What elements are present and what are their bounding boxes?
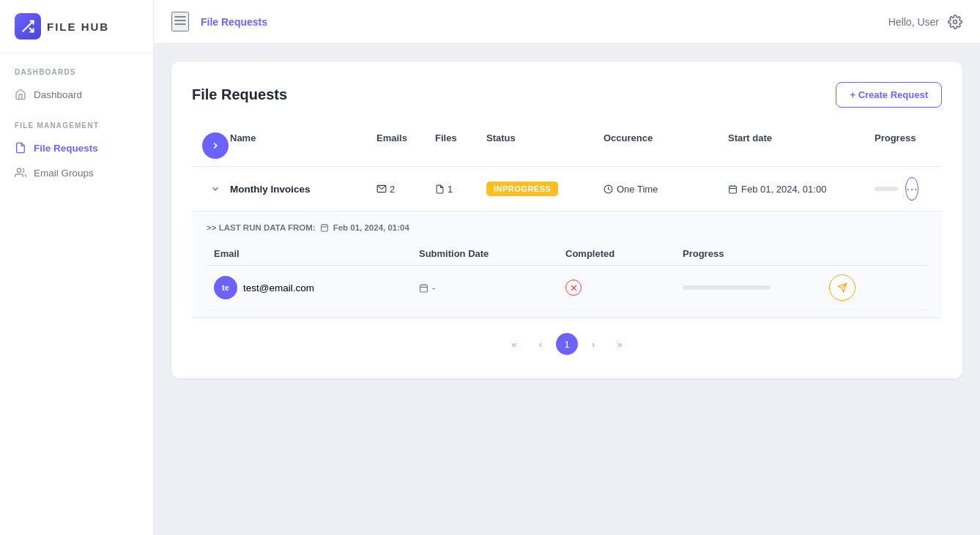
col-progress: Progress [875, 132, 918, 159]
mail-icon [376, 184, 387, 194]
next-page-button[interactable]: › [582, 333, 604, 355]
dashboards-section-label: DASHBOARDS [0, 53, 153, 82]
card-title: File Requests [192, 86, 287, 103]
svg-rect-9 [730, 186, 737, 193]
row-expand-button[interactable] [205, 179, 226, 199]
users-icon [15, 167, 26, 179]
sidebar-item-file-requests[interactable]: File Requests [0, 135, 153, 160]
last-run-date: Feb 01, 2024, 01:04 [333, 223, 409, 232]
content-area: File Requests + Create Request Name Emai… [154, 44, 980, 535]
svg-rect-13 [321, 225, 327, 231]
sub-progress-cell [683, 285, 829, 290]
topbar-left: File Requests [171, 12, 267, 31]
sidebar-item-email-groups[interactable]: Email Groups [0, 160, 153, 185]
file-requests-card: File Requests + Create Request Name Emai… [171, 61, 962, 378]
sidebar-item-file-requests-label: File Requests [34, 143, 98, 154]
greeting-text: Hello, User [888, 16, 939, 28]
send-icon [837, 283, 847, 293]
sub-progress-bar [683, 285, 771, 290]
file-count-value: 1 [448, 184, 453, 195]
avatar: te [214, 276, 237, 299]
sidebar-item-email-groups-label: Email Groups [34, 168, 94, 179]
sub-table-row: te test@email.com - [207, 266, 927, 310]
expand-all-button[interactable] [202, 132, 229, 159]
svg-point-6 [954, 20, 957, 23]
create-btn-label: + Create Request [850, 89, 928, 100]
status-badge: INPROGRESS [486, 182, 558, 196]
col-files: Files [435, 132, 486, 159]
occurrence-value: One Time [617, 184, 658, 195]
home-icon [15, 89, 26, 100]
send-button[interactable] [829, 274, 855, 301]
col-occurrence: Occurence [604, 132, 728, 159]
sub-col-completed: Completed [565, 248, 683, 259]
calendar-icon [728, 184, 738, 194]
card-header: File Requests + Create Request [192, 82, 942, 108]
file-count-icon [435, 184, 445, 194]
first-page-button[interactable]: « [503, 333, 525, 355]
sidebar: FILE HUB DASHBOARDS Dashboard FILE MANAG… [0, 0, 154, 535]
table-row: Monthly Invoices 2 1 [192, 167, 942, 211]
topbar-right: Hello, User [888, 15, 962, 29]
email-count: 2 [376, 184, 435, 195]
col-status: Status [486, 132, 604, 159]
logo-icon [15, 13, 41, 40]
settings-button[interactable] [948, 15, 962, 29]
sidebar-logo: FILE HUB [0, 0, 153, 53]
sub-submission-value: - [432, 283, 435, 293]
col-emails: Emails [376, 132, 435, 159]
file-count: 1 [435, 184, 486, 195]
last-run-text: >> LAST RUN DATA FROM: [207, 223, 316, 232]
start-date-cell: Feb 01, 2024, 01:00 [728, 184, 875, 195]
calendar-small-icon [320, 223, 329, 232]
expanded-section: >> LAST RUN DATA FROM: Feb 01, 2024, 01:… [192, 211, 942, 318]
clock-icon [604, 184, 613, 194]
start-date-value: Feb 01, 2024, 01:00 [741, 184, 826, 195]
sub-email-value: test@email.com [243, 283, 314, 293]
sidebar-item-dashboard[interactable]: Dashboard [0, 82, 153, 107]
svg-rect-17 [420, 285, 428, 292]
create-request-button[interactable]: + Create Request [836, 82, 942, 108]
sub-email-cell: te test@email.com [214, 276, 419, 299]
more-options-button[interactable]: ⋯ [905, 177, 918, 201]
email-count-value: 2 [390, 184, 395, 195]
col-name: Name [230, 132, 376, 159]
file-icon [15, 142, 26, 154]
prev-page-button[interactable]: ‹ [530, 333, 552, 355]
current-page-button[interactable]: 1 [556, 333, 578, 355]
completed-x-icon: ✕ [565, 280, 582, 296]
sub-completed-cell: ✕ [565, 280, 683, 296]
logo-text: FILE HUB [47, 20, 109, 33]
sidebar-item-dashboard-label: Dashboard [34, 89, 82, 100]
last-run-label: >> LAST RUN DATA FROM: Feb 01, 2024, 01:… [207, 223, 927, 232]
main-area: File Requests Hello, User File Requests … [154, 0, 980, 535]
topbar: File Requests Hello, User [154, 0, 980, 44]
progress-bar [875, 187, 898, 191]
file-management-section-label: FILE MANAGEMENT [0, 107, 153, 135]
row-name: Monthly Invoices [230, 184, 376, 195]
sub-action-cell [829, 274, 888, 301]
table-row-outer: Monthly Invoices 2 1 [192, 167, 942, 318]
last-page-button[interactable]: » [609, 333, 631, 355]
sub-col-action [829, 248, 888, 259]
sub-col-email: Email [214, 248, 419, 259]
occurrence-cell: One Time [604, 184, 728, 195]
svg-point-2 [17, 168, 21, 172]
menu-button[interactable] [171, 12, 189, 31]
topbar-title: File Requests [201, 16, 267, 28]
sub-col-submission: Submition Date [419, 248, 565, 259]
table-header: Name Emails Files Status Occurence Start… [192, 125, 942, 167]
sub-table-header: Email Submition Date Completed Progress [207, 242, 927, 266]
col-start-date: Start date [728, 132, 875, 159]
pagination: « ‹ 1 › » [192, 318, 942, 358]
sub-col-progress: Progress [683, 248, 829, 259]
status-cell: INPROGRESS [486, 182, 604, 196]
sub-submission-cell: - [419, 283, 565, 293]
sub-calendar-icon [419, 283, 428, 293]
progress-cell: ⋯ [875, 177, 918, 201]
